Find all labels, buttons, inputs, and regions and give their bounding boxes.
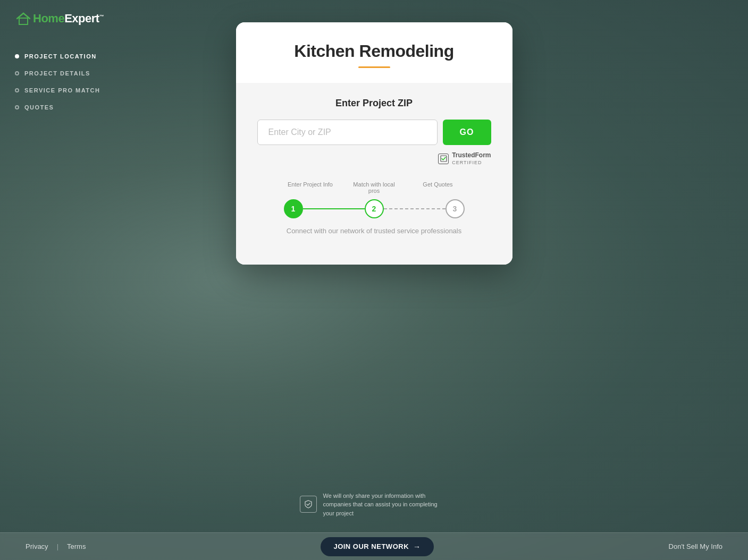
svg-rect-0 xyxy=(19,18,28,24)
zip-input[interactable] xyxy=(257,120,438,145)
dont-sell-link[interactable]: Don't Sell My Info xyxy=(669,542,722,550)
security-icon xyxy=(300,496,317,513)
steps-container: Enter Project Info Match with local pros… xyxy=(257,181,491,235)
footer-divider: | xyxy=(57,542,58,550)
sidebar-item-project-details[interactable]: PROJECT DETAILS xyxy=(15,70,100,77)
nav-dot-inactive-3 xyxy=(15,105,19,109)
steps-tagline: Connect with our network of trusted serv… xyxy=(287,227,462,235)
nav-dot-inactive xyxy=(15,71,19,75)
shield-check-icon xyxy=(304,499,313,509)
nav-dot-inactive-2 xyxy=(15,88,19,92)
terms-link[interactable]: Terms xyxy=(67,542,86,550)
logo[interactable]: HomeExpert™ xyxy=(15,12,104,26)
sidebar-nav: PROJECT LOCATION PROJECT DETAILS SERVICE… xyxy=(15,53,100,111)
modal-header: Kitchen Remodeling xyxy=(236,22,512,83)
zip-section-label: Enter Project ZIP xyxy=(257,98,491,109)
sidebar-item-quotes[interactable]: QUOTES xyxy=(15,104,100,111)
trusted-form-icon xyxy=(438,154,449,164)
nav-label-project-details: PROJECT DETAILS xyxy=(24,70,90,77)
footer-left: Privacy | Terms xyxy=(26,542,86,550)
nav-dot-active xyxy=(15,54,19,58)
title-underline xyxy=(358,66,390,68)
footer: Privacy | Terms JOIN OUR NETWORK → Don't… xyxy=(0,532,748,560)
logo-house-icon xyxy=(15,12,32,25)
modal-title: Kitchen Remodeling xyxy=(257,41,491,61)
steps-track: 1 2 3 xyxy=(284,199,465,218)
privacy-link[interactable]: Privacy xyxy=(26,542,48,550)
step-label-3: Get Quotes xyxy=(411,181,465,194)
modal-body: Enter Project ZIP GO TrustedForm CERTIFI… xyxy=(236,83,512,265)
security-text: We will only share your information with… xyxy=(323,491,449,518)
step-line-1 xyxy=(303,208,365,209)
join-network-arrow-icon: → xyxy=(413,542,421,551)
zip-input-row: GO xyxy=(257,120,491,145)
step-circle-3: 3 xyxy=(446,199,465,218)
sidebar-item-service-pro-match[interactable]: SERVICE PRO MATCH xyxy=(15,87,100,94)
step-circle-2: 2 xyxy=(365,199,384,218)
trusted-form-text: TrustedForm CERTIFIED xyxy=(452,151,491,166)
logo-text: HomeExpert™ xyxy=(33,12,104,26)
nav-label-service-pro-match: SERVICE PRO MATCH xyxy=(24,87,100,94)
steps-labels: Enter Project Info Match with local pros… xyxy=(284,181,465,194)
step-circle-1: 1 xyxy=(284,199,303,218)
nav-label-quotes: QUOTES xyxy=(24,104,54,111)
main-modal: Kitchen Remodeling Enter Project ZIP GO … xyxy=(236,22,512,265)
step-label-1: Enter Project Info xyxy=(284,181,337,194)
step-line-2 xyxy=(384,208,446,209)
security-note: We will only share your information with… xyxy=(300,491,449,518)
step-label-2: Match with local pros xyxy=(348,181,401,194)
checkmark-icon xyxy=(440,155,447,162)
nav-label-project-location: PROJECT LOCATION xyxy=(24,53,97,60)
join-network-button[interactable]: JOIN OUR NETWORK → xyxy=(321,537,433,556)
trusted-form-badge: TrustedForm CERTIFIED xyxy=(257,151,491,166)
go-button[interactable]: GO xyxy=(443,120,491,145)
join-network-label: JOIN OUR NETWORK xyxy=(333,542,409,550)
sidebar-item-project-location[interactable]: PROJECT LOCATION xyxy=(15,53,100,60)
